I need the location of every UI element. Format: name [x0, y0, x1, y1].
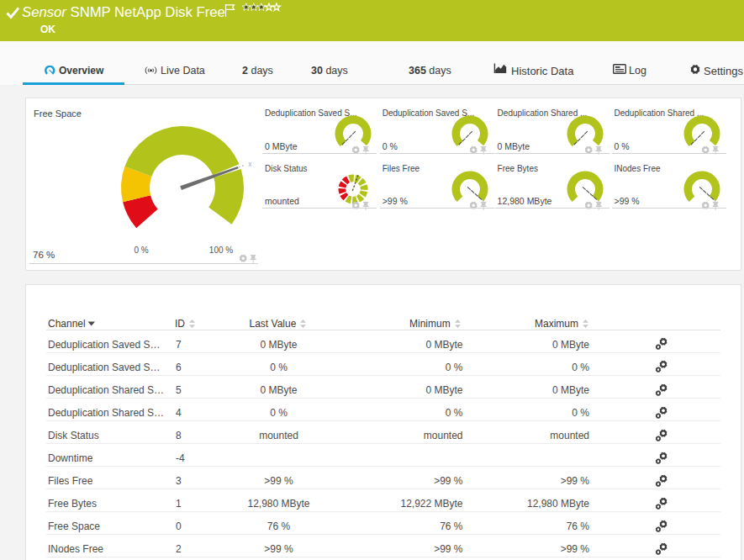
svg-text:x: x	[248, 160, 252, 168]
